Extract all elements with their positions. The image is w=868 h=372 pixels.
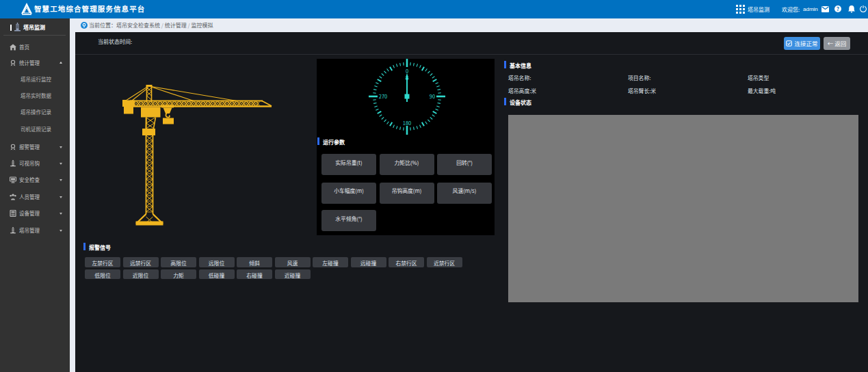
svg-text:90: 90 — [430, 92, 435, 100]
svg-text:180: 180 — [403, 119, 412, 127]
svg-text:270: 270 — [379, 92, 388, 100]
svg-text:?: ? — [837, 5, 839, 12]
svg-text:0: 0 — [406, 67, 408, 75]
